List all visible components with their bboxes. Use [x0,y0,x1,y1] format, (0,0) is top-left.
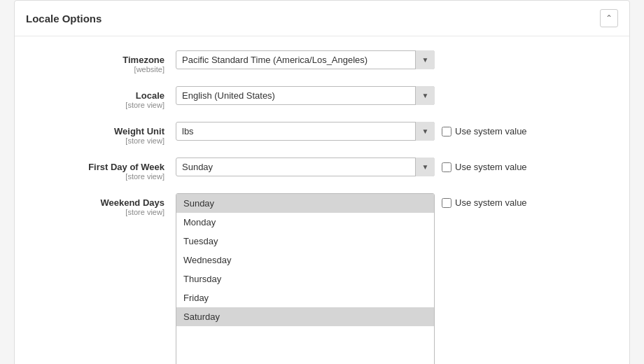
first-day-system-value-label[interactable]: Use system value [442,162,527,172]
timezone-control-group: Pacific Standard Time (America/Los_Angel… [176,50,608,69]
weight-unit-select[interactable]: lbs kgs [176,122,435,141]
weekend-days-multiselect-wrapper: Sunday Monday Tuesday Wednesday Thursday… [176,193,435,364]
weight-unit-system-value-checkbox[interactable] [442,127,451,136]
first-day-select[interactable]: Sunday Monday Tuesday Wednesday Thursday… [176,158,435,176]
timezone-label-group: Timezone [website] [36,50,176,74]
weight-unit-control-group: lbs kgs ▼ Use system value [176,122,608,141]
weight-unit-label-group: Weight Unit [store view] [36,122,176,145]
timezone-row: Timezone [website] Pacific Standard Time… [36,50,608,74]
panel-body: Timezone [website] Pacific Standard Time… [15,36,629,364]
collapse-button[interactable]: ⌃ [600,9,618,27]
weekend-days-multiselect[interactable]: Sunday Monday Tuesday Wednesday Thursday… [176,193,435,364]
weekend-days-system-value-text: Use system value [455,197,527,208]
first-day-label-group: First Day of Week [store view] [36,158,176,181]
locale-select[interactable]: English (United States) [176,86,435,105]
weekend-days-system-value-checkbox[interactable] [442,198,451,208]
multiselect-empty-space [176,326,434,364]
weight-unit-row: Weight Unit [store view] lbs kgs ▼ Use s… [36,122,608,145]
locale-control-group: English (United States) ▼ [176,86,608,105]
first-day-label: First Day of Week [36,162,164,172]
locale-label-group: Locale [store view] [36,86,176,109]
first-day-select-wrapper: Sunday Monday Tuesday Wednesday Thursday… [176,158,435,176]
weight-unit-select-wrapper: lbs kgs ▼ [176,122,435,141]
list-item[interactable]: Tuesday [176,232,434,251]
list-item[interactable]: Thursday [176,270,434,288]
weight-unit-system-value-text: Use system value [455,126,527,136]
weekend-days-control-group: Sunday Monday Tuesday Wednesday Thursday… [176,193,608,364]
weekend-days-scope: [store view] [36,208,164,216]
locale-select-wrapper: English (United States) ▼ [176,86,435,105]
weekend-days-system-value-label[interactable]: Use system value [442,197,527,208]
panel-title: Locale Options [26,13,102,24]
list-item[interactable]: Wednesday [176,251,434,270]
timezone-label: Timezone [36,55,164,65]
weekend-days-label: Weekend Days [36,197,164,208]
weight-unit-label: Weight Unit [36,126,164,136]
list-item[interactable]: Sunday [176,194,434,213]
first-day-row: First Day of Week [store view] Sunday Mo… [36,158,608,181]
timezone-select[interactable]: Pacific Standard Time (America/Los_Angel… [176,50,435,69]
collapse-icon: ⌃ [606,13,612,23]
weight-unit-scope: [store view] [36,136,164,145]
first-day-system-value-checkbox[interactable] [442,162,451,172]
first-day-scope: [store view] [36,172,164,181]
list-item[interactable]: Friday [176,288,434,307]
first-day-control-group: Sunday Monday Tuesday Wednesday Thursday… [176,158,608,176]
locale-label: Locale [36,90,164,101]
list-item[interactable]: Saturday [176,307,434,326]
weekend-days-row: Weekend Days [store view] Sunday Monday … [36,193,608,364]
list-item[interactable]: Monday [176,213,434,232]
locale-row: Locale [store view] English (United Stat… [36,86,608,109]
locale-options-panel: Locale Options ⌃ Timezone [website] Paci… [14,0,630,364]
weight-unit-system-value-label[interactable]: Use system value [442,126,527,136]
first-day-system-value-text: Use system value [455,162,527,172]
panel-header: Locale Options ⌃ [15,1,629,36]
timezone-scope: [website] [36,65,164,74]
weekend-days-label-group: Weekend Days [store view] [36,193,176,216]
locale-scope: [store view] [36,101,164,109]
timezone-select-wrapper: Pacific Standard Time (America/Los_Angel… [176,50,435,69]
